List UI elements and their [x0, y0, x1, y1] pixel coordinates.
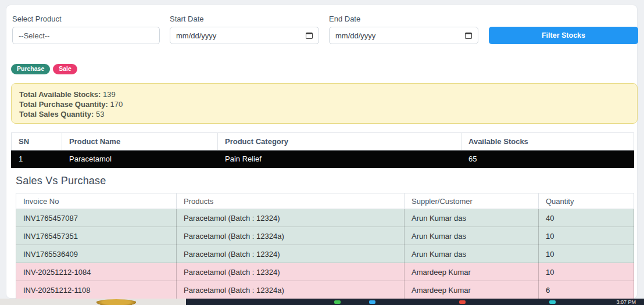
sales-vs-purchase-table: Invoice No Products Suppler/Customer Qua… — [16, 193, 634, 299]
summary-label: Total Sales Quantity: — [19, 110, 94, 119]
table-cell: 10 — [539, 245, 634, 263]
table-cell: Arun Kumar das — [405, 209, 539, 227]
table-cell: INV-20251212-1084 — [16, 263, 177, 281]
start-date-label: Start Date — [170, 15, 204, 23]
table-cell: 65 — [461, 150, 634, 168]
end-date-label: End Date — [329, 15, 360, 23]
sale-badge: Sale — [53, 64, 77, 74]
table-row: INV-20251212-1084Paracetamol (Batch : 12… — [16, 263, 634, 281]
column-header-invoice-no: Invoice No — [16, 193, 177, 209]
transactions-header-row: Invoice No Products Suppler/Customer Qua… — [16, 193, 634, 209]
start-date-placeholder: mm/dd/yyyy — [176, 31, 216, 40]
main-panel: Select Product --Select-- Start Date mm/… — [6, 5, 638, 299]
summary-value: 139 — [103, 90, 116, 99]
purchase-badge: Purchase — [11, 64, 50, 74]
table-cell: Arun Kumar das — [405, 245, 539, 263]
summary-label: Total Purchase Quantity: — [19, 100, 108, 109]
column-header-supplier-customer: Suppler/Customer — [405, 193, 539, 209]
table-cell: Paracetamol (Batch : 12324) — [177, 245, 405, 263]
end-date-placeholder: mm/dd/yyyy — [335, 31, 375, 40]
total-sales-quantity: Total Sales Quantity: 53 — [19, 109, 629, 119]
gold-app-icon[interactable] — [95, 299, 138, 305]
taskbar-green-app-icon[interactable] — [334, 300, 341, 304]
end-date-input[interactable]: mm/dd/yyyy — [329, 27, 478, 44]
table-row: INV-20251212-1108Paracetamol (Batch : 12… — [16, 281, 634, 299]
table-cell: 40 — [539, 209, 634, 227]
product-select-value: --Select-- — [19, 31, 49, 40]
legend: Purchase Sale — [11, 64, 77, 74]
start-date-input[interactable]: mm/dd/yyyy — [170, 27, 319, 44]
table-row: INV1765457351Paracetamol (Batch : 12324a… — [16, 227, 634, 245]
summary-value: 53 — [96, 110, 104, 119]
calendar-icon[interactable] — [306, 33, 313, 39]
total-purchase-quantity: Total Purchase Quantity: 170 — [19, 99, 629, 109]
calendar-icon[interactable] — [465, 33, 472, 39]
column-header-sn: SN — [12, 133, 62, 150]
table-cell: 10 — [539, 227, 634, 245]
taskbar-clock[interactable]: 3:07 PM — [616, 299, 636, 305]
table-cell: Paracetamol (Batch : 12324a) — [177, 227, 405, 245]
stock-table-header-row: SN Product Name Product Category Availab… — [12, 133, 634, 150]
table-cell: INV1765457351 — [16, 227, 177, 245]
select-product-label: Select Product — [12, 15, 62, 23]
table-cell: Amardeep Kumar — [405, 281, 539, 299]
total-available-stocks: Total Available Stocks: 139 — [19, 89, 629, 99]
section-title: Sales Vs Purchase — [16, 175, 106, 187]
table-cell: Paracetamol (Batch : 12324a) — [177, 281, 405, 299]
table-cell: 10 — [539, 263, 634, 281]
taskbar-light-segment — [0, 299, 186, 305]
table-cell: 1 — [12, 150, 62, 168]
taskbar-teal-app-icon[interactable] — [549, 300, 556, 304]
table-cell: Pain Relief — [218, 150, 461, 168]
table-cell: Paracetamol — [62, 150, 218, 168]
table-cell: Amardeep Kumar — [405, 263, 539, 281]
taskbar: 3:07 PM — [0, 299, 644, 305]
product-select[interactable]: --Select-- — [12, 27, 160, 44]
table-cell: Paracetamol (Batch : 12324) — [177, 209, 405, 227]
column-header-products: Products — [177, 193, 405, 209]
table-cell: Arun Kumar das — [405, 227, 539, 245]
table-row: 1ParacetamolPain Relief65 — [12, 150, 634, 168]
column-header-quantity: Quantity — [539, 193, 634, 209]
summary-label: Total Available Stocks: — [19, 90, 101, 99]
table-cell: INV1765457087 — [16, 209, 177, 227]
table-cell: INV1765536409 — [16, 245, 177, 263]
table-cell: 6 — [539, 281, 634, 299]
summary-value: 170 — [110, 100, 123, 109]
table-cell: INV-20251212-1108 — [16, 281, 177, 299]
column-header-product-name: Product Name — [62, 133, 218, 150]
table-cell: Paracetamol (Batch : 12324) — [177, 263, 405, 281]
totals-summary-box: Total Available Stocks: 139 Total Purcha… — [11, 83, 638, 124]
stock-table: SN Product Name Product Category Availab… — [11, 132, 634, 168]
column-header-product-category: Product Category — [218, 133, 461, 150]
taskbar-blue-app-icon[interactable] — [369, 300, 375, 304]
column-header-available-stocks: Available Stocks — [461, 133, 634, 150]
table-row: INV1765536409Paracetamol (Batch : 12324)… — [16, 245, 634, 263]
filter-stocks-button[interactable]: Filter Stocks — [489, 27, 638, 44]
table-row: INV1765457087Paracetamol (Batch : 12324)… — [16, 209, 634, 227]
taskbar-red-app-icon[interactable] — [459, 300, 466, 304]
